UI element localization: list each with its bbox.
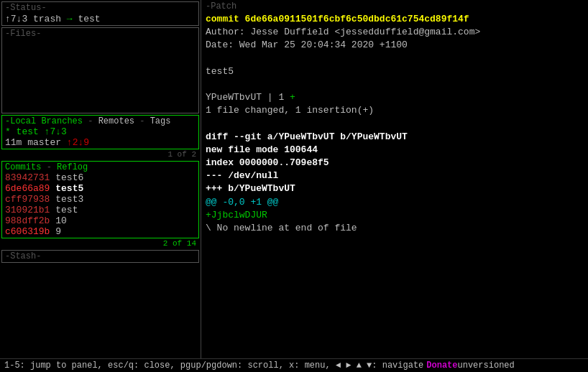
right-panel: -Patch commit 6de66a0911501f6cbf6c50dbdc… bbox=[201, 0, 588, 358]
patch-author: Author: Jesse Duffield <jessedduffield@g… bbox=[206, 26, 584, 39]
commits-section[interactable]: Commits - Reflog 83942731 test6 6de66a89… bbox=[1, 161, 199, 238]
patch-range: @@ -0,0 +1 @@ bbox=[206, 197, 278, 208]
active-branch[interactable]: * test ↑7↓3 bbox=[5, 126, 196, 137]
commit-hash-2: 6de66a89 bbox=[5, 183, 50, 194]
commit-hash-3: cff97938 bbox=[5, 194, 50, 205]
status-section: -Status- ↑7↓3 trash → test bbox=[1, 1, 199, 26]
tags-link[interactable]: Tags bbox=[150, 116, 171, 126]
commit-row-1[interactable]: 83942731 test6 bbox=[5, 172, 196, 183]
patch-commit-line: commit 6de66a0911501f6cbf6c50dbdc61c754c… bbox=[206, 13, 584, 26]
unversioned-text: unversioned bbox=[458, 361, 515, 371]
patch-stat-line: YPueWTbvUT | 1 + bbox=[206, 91, 584, 104]
commit-label-3: test3 bbox=[55, 194, 83, 205]
patch-changed-summary: 1 file changed, 1 insertion(+) bbox=[206, 104, 584, 117]
patch-added-line: +JjbclwDJUR bbox=[206, 209, 584, 222]
bottom-hint: 1-5: jump to panel, esc/q: close, pgup/p… bbox=[4, 361, 423, 371]
commit-hash-4: 310921b1 bbox=[5, 205, 50, 215]
commit-label-4: test bbox=[55, 205, 78, 215]
commits-header: Commits - Reflog bbox=[5, 162, 196, 172]
patch-range-line: @@ -0,0 +1 @@ bbox=[206, 196, 584, 209]
commit-hash-6: c606319b bbox=[5, 226, 50, 237]
divider-2-of-14: 2 of 14 bbox=[1, 239, 199, 248]
branches-section[interactable]: -Local Branches - Remotes - Tags * test … bbox=[1, 115, 199, 149]
patch-indent: test5 bbox=[206, 65, 584, 78]
patch-no-newline: \ No newline at end of file bbox=[206, 222, 584, 235]
patch-header: -Patch bbox=[206, 1, 584, 11]
commits-label: Commits bbox=[5, 162, 41, 172]
status-header: -Status- bbox=[5, 3, 196, 13]
commit-label-1: test6 bbox=[55, 172, 83, 183]
status-text: ↑7↓3 trash bbox=[5, 14, 67, 24]
patch-commit-hash: commit 6de66a0911501f6cbf6c50dbdc61c754c… bbox=[206, 14, 469, 24]
patch-diff-header3: index 0000000..709e8f5 bbox=[206, 157, 584, 169]
commit-hash-5: 988dff2b bbox=[5, 215, 50, 226]
commit-row-2[interactable]: 6de66a89 test5 bbox=[5, 183, 196, 194]
patch-stat-file: YPueWTbvUT | 1 bbox=[206, 92, 290, 103]
commit-row-5[interactable]: 988dff2b 10 bbox=[5, 215, 196, 226]
separator2: - bbox=[139, 116, 150, 126]
reflog-label[interactable]: Reflog bbox=[57, 162, 88, 172]
remotes-link[interactable]: Remotes bbox=[98, 116, 134, 126]
patch-added: +JjbclwDJUR bbox=[206, 210, 267, 220]
separator3: - bbox=[47, 162, 57, 172]
patch-diff-header5: +++ b/YPueWTbvUT bbox=[206, 182, 584, 195]
files-section: -Files- bbox=[1, 27, 199, 113]
divider-1-of-2: 1 of 2 bbox=[1, 150, 199, 159]
local-branches-label: -Local Branches bbox=[5, 116, 83, 126]
patch-date: Date: Wed Mar 25 20:04:34 2020 +1100 bbox=[206, 39, 584, 52]
status-content: ↑7↓3 trash → test bbox=[5, 14, 196, 24]
patch-plus: + bbox=[290, 92, 295, 103]
commit-hash-1: 83942731 bbox=[5, 172, 50, 183]
donate-button[interactable]: Donate bbox=[426, 361, 457, 371]
main-area: -Status- ↑7↓3 trash → test -Files- -Loca… bbox=[0, 0, 588, 358]
master-branch[interactable]: 11m master ↑2↓9 bbox=[5, 137, 196, 148]
patch-diff-header2: new file mode 100644 bbox=[206, 144, 584, 157]
separator1: - bbox=[88, 116, 98, 126]
commit-label-2: test5 bbox=[55, 183, 83, 194]
commit-row-4[interactable]: 310921b1 test bbox=[5, 205, 196, 215]
patch-diff-header1: diff --git a/YPueWTbvUT b/YPueWTbvUT bbox=[206, 131, 584, 144]
patch-blank1 bbox=[206, 52, 584, 65]
patch-blank3 bbox=[206, 118, 584, 131]
commit-row-6[interactable]: c606319b 9 bbox=[5, 226, 196, 237]
bottom-bar: 1-5: jump to panel, esc/q: close, pgup/p… bbox=[0, 358, 588, 372]
stash-header: -Stash- bbox=[5, 251, 196, 261]
master-name: master bbox=[27, 137, 67, 148]
stash-section: -Stash- bbox=[1, 250, 199, 263]
commit-row-3[interactable]: cff97938 test3 bbox=[5, 194, 196, 205]
status-suffix: test bbox=[73, 14, 101, 24]
branches-header: -Local Branches - Remotes - Tags bbox=[5, 116, 196, 126]
master-counts: ↑2↓9 bbox=[67, 137, 89, 148]
files-header: -Files- bbox=[5, 29, 196, 39]
patch-diff-header4: --- /dev/null bbox=[206, 169, 584, 182]
status-arrow: → bbox=[67, 14, 73, 24]
patch-content: commit 6de66a0911501f6cbf6c50dbdc61c754c… bbox=[206, 13, 584, 235]
patch-blank2 bbox=[206, 78, 584, 91]
commit-label-6: 9 bbox=[55, 226, 61, 237]
commit-label-5: 10 bbox=[55, 215, 67, 226]
left-panel: -Status- ↑7↓3 trash → test -Files- -Loca… bbox=[0, 0, 201, 358]
master-age: 11m bbox=[5, 137, 27, 148]
